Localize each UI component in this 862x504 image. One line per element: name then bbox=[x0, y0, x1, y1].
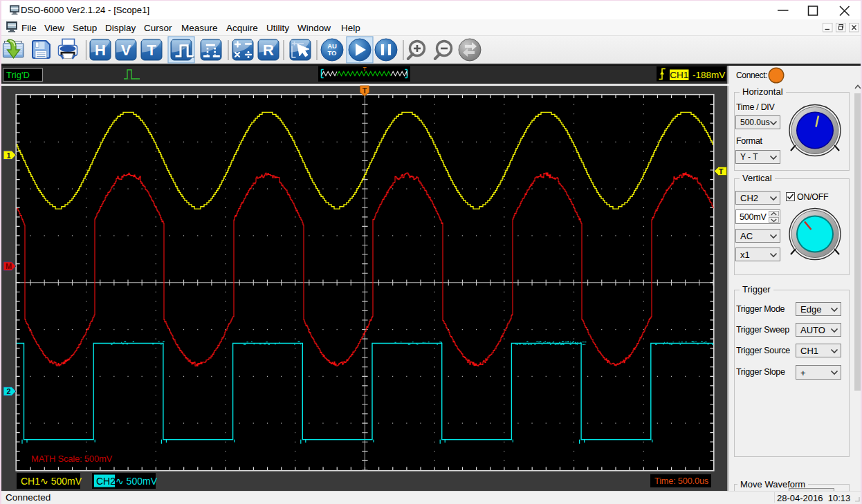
svg-text:MATH Scale: 500mV: MATH Scale: 500mV bbox=[31, 454, 113, 464]
svg-text:T: T bbox=[719, 167, 724, 176]
svg-text:1: 1 bbox=[6, 151, 10, 160]
svg-text:T: T bbox=[363, 66, 366, 73]
svg-text:M: M bbox=[6, 262, 12, 270]
svg-text:Trig'D: Trig'D bbox=[6, 70, 30, 80]
svg-text:2: 2 bbox=[6, 387, 10, 395]
svg-text:T: T bbox=[363, 86, 367, 95]
svg-text:CH2: CH2 bbox=[96, 476, 116, 487]
svg-text:-188mV: -188mV bbox=[693, 70, 725, 80]
svg-text:CH1∿ 500mV: CH1∿ 500mV bbox=[21, 476, 82, 487]
svg-text:Time: 500.0us: Time: 500.0us bbox=[654, 476, 708, 486]
svg-text:∿ 500mV: ∿ 500mV bbox=[116, 476, 158, 487]
svg-text:CH1: CH1 bbox=[670, 70, 688, 80]
